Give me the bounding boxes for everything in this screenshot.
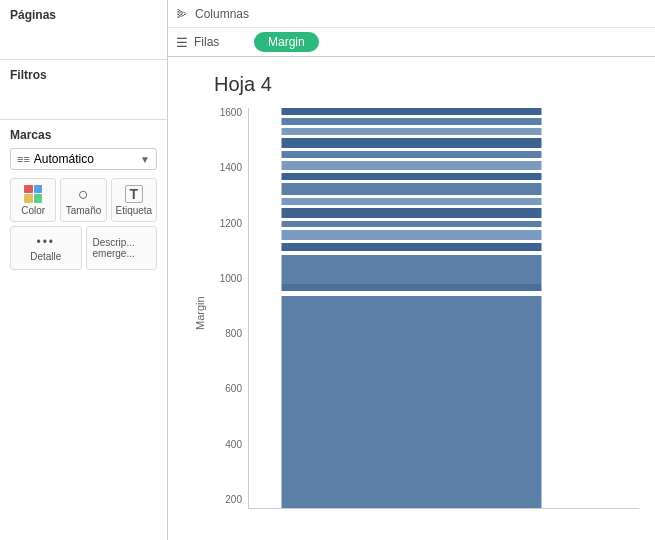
chart-container: Margin 200 400 600 800 1000 1200 1400 16…: [194, 108, 639, 509]
svg-rect-22: [282, 148, 542, 151]
tooltip-label-line1: Descrip...: [93, 237, 135, 248]
label-label: Etiqueta: [115, 205, 152, 216]
marks-bottom-grid: ••• Detalle Descrip... emerge...: [10, 226, 157, 270]
marks-tooltip-button[interactable]: Descrip... emerge...: [86, 226, 158, 270]
svg-rect-16: [282, 180, 542, 183]
detail-icon: •••: [36, 235, 55, 249]
tooltip-label-line2: emerge...: [93, 248, 135, 259]
chevron-down-icon: ▼: [140, 154, 150, 165]
marks-section: Marcas ≡≡ Automático ▼ Color: [0, 120, 167, 540]
rows-label: Filas: [194, 35, 254, 49]
svg-rect-14: [282, 195, 542, 198]
y-tick-1000: 1000: [220, 274, 242, 284]
svg-rect-17: [282, 173, 542, 180]
svg-rect-10: [282, 218, 542, 221]
color-label: Color: [21, 205, 45, 216]
marks-dropdown[interactable]: ≡≡ Automático ▼: [10, 148, 157, 170]
bar-chart-svg: [249, 108, 639, 508]
chart-plot: [248, 108, 639, 509]
svg-rect-3: [282, 255, 542, 284]
svg-rect-4: [282, 251, 542, 255]
y-tick-600: 600: [225, 384, 242, 394]
svg-rect-5: [282, 243, 542, 251]
marks-color-button[interactable]: Color: [10, 178, 56, 222]
chart-inner: 200 400 600 800 1000 1200 1400 1600: [210, 108, 639, 509]
svg-rect-7: [282, 230, 542, 240]
y-axis-label: Margin: [194, 108, 206, 509]
svg-rect-2: [282, 284, 542, 291]
rows-icon: ☰: [176, 35, 188, 50]
main-layout: Páginas Filtros Marcas ≡≡ Automático ▼: [0, 0, 655, 540]
svg-rect-20: [282, 158, 542, 161]
svg-rect-21: [282, 151, 542, 158]
size-label: Tamaño: [66, 205, 102, 216]
svg-rect-28: [282, 115, 542, 118]
chart-area: Hoja 4 Margin 200 400 600 800 1000 1200: [168, 57, 655, 540]
y-tick-1400: 1400: [220, 163, 242, 173]
marks-title: Marcas: [10, 128, 157, 142]
marks-detail-button[interactable]: ••• Detalle: [10, 226, 82, 270]
columns-shelf-row: ⫸ Columnas: [168, 0, 655, 28]
marks-grid: Color ○ Tamaño T Etiqueta: [10, 178, 157, 222]
left-panel: Páginas Filtros Marcas ≡≡ Automático ▼: [0, 0, 168, 540]
svg-rect-26: [282, 125, 542, 128]
y-axis: 200 400 600 800 1000 1200 1400 1600: [210, 108, 248, 509]
svg-rect-6: [282, 240, 542, 243]
svg-rect-13: [282, 198, 542, 205]
svg-rect-25: [282, 128, 542, 135]
svg-rect-1: [282, 291, 542, 296]
y-tick-400: 400: [225, 440, 242, 450]
svg-rect-19: [282, 161, 542, 170]
svg-rect-23: [282, 138, 542, 148]
shelf-area: ⫸ Columnas ☰ Filas Margin: [168, 0, 655, 57]
y-tick-800: 800: [225, 329, 242, 339]
columns-icon: ⫸: [176, 6, 189, 21]
svg-rect-18: [282, 170, 542, 173]
svg-rect-0: [282, 296, 542, 508]
filters-section: Filtros: [0, 60, 167, 120]
detail-label: Detalle: [30, 251, 61, 262]
pages-section: Páginas: [0, 0, 167, 60]
filters-title: Filtros: [10, 68, 157, 82]
marks-label-button[interactable]: T Etiqueta: [111, 178, 157, 222]
chart-title: Hoja 4: [214, 73, 639, 96]
columns-label: Columnas: [195, 7, 255, 21]
y-tick-200: 200: [225, 495, 242, 505]
svg-rect-11: [282, 208, 542, 218]
right-panel: ⫸ Columnas ☰ Filas Margin Hoja 4 Margin: [168, 0, 655, 540]
marks-dropdown-label: Automático: [34, 152, 94, 166]
svg-rect-9: [282, 221, 542, 227]
svg-rect-24: [282, 135, 542, 138]
marks-size-button[interactable]: ○ Tamaño: [60, 178, 106, 222]
size-icon: ○: [78, 185, 89, 203]
svg-rect-12: [282, 205, 542, 208]
margin-pill[interactable]: Margin: [254, 32, 319, 52]
pages-title: Páginas: [10, 8, 157, 22]
marks-dropdown-icon: ≡≡: [17, 153, 30, 165]
y-tick-1200: 1200: [220, 219, 242, 229]
svg-rect-15: [282, 183, 542, 195]
svg-rect-29: [282, 108, 542, 115]
color-icon: [24, 185, 42, 203]
svg-rect-8: [282, 227, 542, 230]
label-icon: T: [125, 185, 143, 203]
rows-shelf-row: ☰ Filas Margin: [168, 28, 655, 56]
y-tick-1600: 1600: [220, 108, 242, 118]
svg-rect-27: [282, 118, 542, 125]
